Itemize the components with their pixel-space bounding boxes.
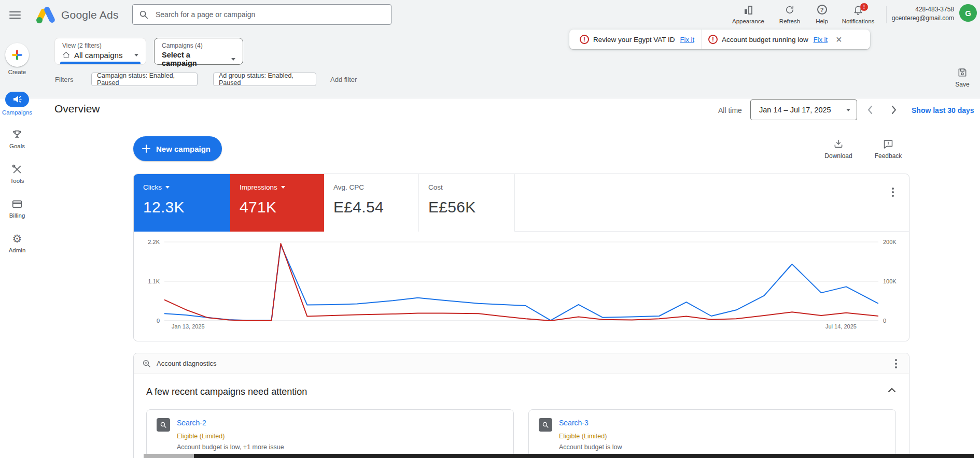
date-range-picker[interactable]: Jan 14 – Jul 17, 2025 — [750, 99, 857, 120]
sidebar-item-campaigns[interactable]: Campaigns — [0, 92, 34, 116]
alert-icon: ! — [708, 35, 718, 44]
filter-chip-campaign-status[interactable]: Campaign status: Enabled, Paused — [91, 73, 198, 86]
sidebar-item-tools[interactable]: Tools — [0, 163, 34, 184]
active-view-underline — [60, 62, 141, 64]
chevron-left-icon — [867, 105, 873, 115]
download-button[interactable]: Download — [818, 139, 859, 160]
time-scope-label: All time — [718, 106, 742, 115]
alert-fix-link[interactable]: Fix it — [814, 36, 828, 44]
sidebar-item-goals[interactable]: Goals — [0, 128, 34, 149]
feedback-button[interactable]: Feedback — [867, 139, 909, 160]
diagnostics-header: Account diagnostics — [134, 353, 909, 374]
metric-value: E£56K — [428, 198, 514, 216]
sidebar-item-admin[interactable]: ⚙ Admin — [0, 233, 34, 253]
help-icon: ? — [817, 5, 827, 15]
metric-tab-cost[interactable]: Cost E£56K — [419, 174, 515, 232]
add-filter-button[interactable]: Add filter — [330, 76, 357, 83]
sidebar-item-label: Goals — [0, 143, 34, 149]
view-selector-label: View (2 filters) — [62, 42, 138, 49]
right-axis-tick: 200K — [883, 239, 897, 245]
help-button[interactable]: ? Help — [801, 5, 843, 24]
appearance-button[interactable]: Appearance — [727, 5, 769, 24]
sidebar-item-label: Tools — [0, 178, 34, 184]
metric-tab-impressions[interactable]: Impressions 471K — [230, 174, 324, 232]
close-icon[interactable]: × — [833, 34, 845, 46]
account-email: gcentereg@gmail.com — [889, 14, 954, 23]
metric-value: E£4.54 — [333, 198, 418, 216]
campaign-selector-label: Campaigns (4) — [162, 42, 235, 49]
search-campaign-icon — [157, 418, 170, 432]
notification-badge: ! — [860, 3, 869, 11]
metric-label: Cost — [428, 183, 443, 191]
download-icon — [833, 139, 844, 149]
campaign-card-search-2[interactable]: Search-2 Eligible (Limited) Account budg… — [146, 409, 514, 458]
chevron-down-icon — [231, 58, 235, 61]
refresh-icon — [785, 5, 795, 15]
metric-tab-avg-cpc[interactable]: Avg. CPC E£4.54 — [324, 174, 419, 232]
collapse-button[interactable] — [887, 387, 897, 394]
alert-fix-link[interactable]: Fix it — [680, 36, 694, 44]
account-info[interactable]: 428-483-3758 gcentereg@gmail.com — [889, 5, 954, 23]
sidebar-item-create[interactable]: Create — [0, 43, 34, 75]
save-button[interactable]: Save — [948, 67, 977, 88]
campaign-name-link[interactable]: Search-2 — [177, 419, 206, 427]
alert-icon: ! — [580, 35, 589, 44]
sidebar-item-billing[interactable]: Billing — [0, 198, 34, 219]
date-next-button[interactable] — [891, 105, 897, 115]
search-campaign-icon — [539, 418, 552, 432]
campaign-card-search-3[interactable]: Search-3 Eligible (Limited) Account budg… — [528, 409, 896, 458]
alert-text: Review your Egypt VAT ID — [593, 36, 675, 44]
chevron-down-icon — [165, 186, 170, 189]
account-phone: 428-483-3758 — [889, 5, 954, 14]
diagnostics-title: Account diagnostics — [157, 360, 217, 367]
chevron-down-icon — [134, 54, 138, 56]
credit-card-icon — [11, 198, 23, 210]
date-range-value: Jan 14 – Jul 17, 2025 — [759, 106, 831, 114]
menu-icon[interactable] — [9, 9, 21, 21]
global-search[interactable] — [132, 4, 391, 25]
diagnostics-icon — [142, 359, 151, 368]
download-label: Download — [818, 152, 859, 160]
alert-bar: ! Review your Egypt VAT ID Fix it ! Acco… — [569, 30, 870, 49]
trophy-icon — [11, 129, 23, 140]
campaign-selector[interactable]: Campaigns (4) Select a campaign — [154, 38, 243, 65]
diagnostics-heading: A few recent campaigns need attention — [146, 387, 307, 397]
search-icon — [139, 10, 148, 19]
card-menu-kebab-icon[interactable] — [888, 187, 898, 197]
metric-tab-clicks[interactable]: Clicks 12.3K — [134, 174, 230, 232]
metric-label: Avg. CPC — [333, 183, 364, 191]
sidebar-item-label: Create — [0, 69, 34, 75]
date-prev-button[interactable] — [867, 105, 873, 115]
left-axis-tick: 1.1K — [134, 278, 160, 284]
notifications-button[interactable]: ! Notifications — [837, 5, 879, 24]
view-selector[interactable]: View (2 filters) All campaigns — [54, 38, 146, 65]
search-input[interactable] — [155, 10, 385, 19]
horizontal-scrollbar-thumb[interactable] — [194, 454, 974, 458]
metric-label: Impressions — [240, 183, 277, 191]
gear-icon: ⚙ — [12, 233, 22, 245]
chevron-down-icon — [281, 186, 285, 189]
campaign-selector-value: Select a campaign — [162, 51, 227, 67]
filter-chip-adgroup-status[interactable]: Ad group status: Enabled, Paused — [213, 73, 316, 86]
chevron-down-icon — [846, 109, 850, 111]
create-plus-icon — [12, 50, 22, 60]
appearance-icon — [743, 5, 753, 15]
card-menu-kebab-icon[interactable] — [891, 359, 901, 369]
megaphone-icon — [12, 94, 22, 105]
save-icon — [957, 67, 968, 78]
campaign-name-link[interactable]: Search-3 — [559, 419, 589, 427]
show-last-30-days-link[interactable]: Show last 30 days — [912, 106, 974, 115]
new-campaign-button[interactable]: New campaign — [133, 136, 222, 161]
avatar[interactable]: G — [959, 4, 977, 22]
new-campaign-label: New campaign — [156, 145, 211, 153]
appearance-label: Appearance — [727, 18, 769, 24]
metric-value: 471K — [240, 198, 324, 216]
trend-line-chart — [164, 238, 878, 326]
feedback-label: Feedback — [867, 152, 909, 160]
view-selector-value: All campaigns — [74, 51, 122, 60]
plus-icon — [142, 144, 151, 153]
campaign-status: Eligible (Limited) — [177, 433, 225, 440]
topbar-divider — [886, 6, 887, 23]
alert-text: Account budget running low — [722, 36, 808, 44]
home-icon — [62, 51, 70, 59]
